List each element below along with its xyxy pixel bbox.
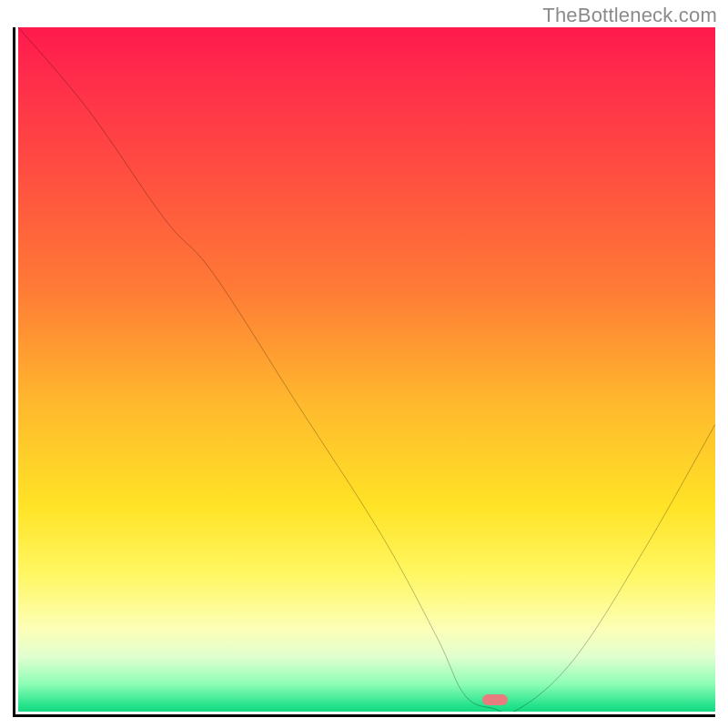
plot-area <box>13 27 715 717</box>
curve-path <box>18 27 715 712</box>
watermark-text: TheBottleneck.com <box>542 4 717 27</box>
chart-frame: TheBottleneck.com <box>0 0 728 728</box>
bottleneck-curve <box>18 27 715 712</box>
optimal-marker <box>482 694 508 705</box>
